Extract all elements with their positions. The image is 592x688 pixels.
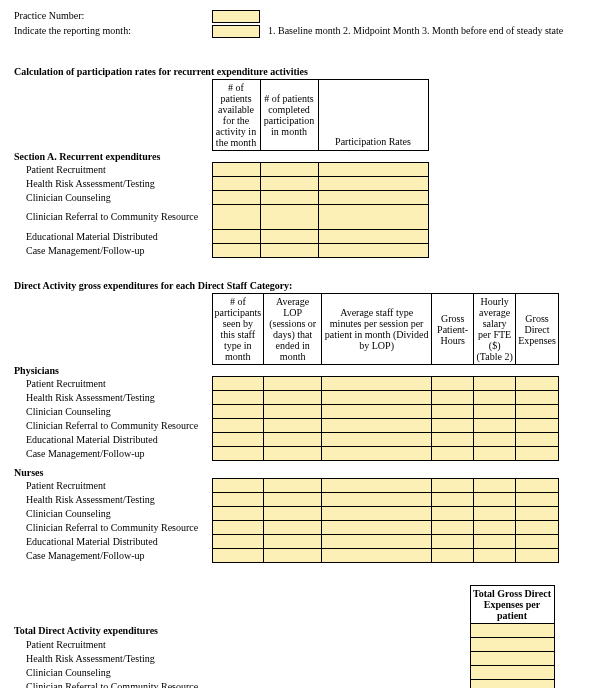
t-cell[interactable] bbox=[470, 624, 554, 638]
t-cell[interactable] bbox=[470, 652, 554, 666]
d-cell[interactable] bbox=[474, 391, 516, 405]
d-cell[interactable] bbox=[264, 493, 322, 507]
sa-cell[interactable] bbox=[318, 230, 428, 244]
sa-cell[interactable] bbox=[318, 244, 428, 258]
d-cell[interactable] bbox=[432, 549, 474, 563]
d-cell[interactable] bbox=[322, 391, 432, 405]
sa-cell[interactable] bbox=[212, 205, 260, 230]
d-row-label: Health Risk Assessment/Testing bbox=[14, 493, 212, 507]
d-cell[interactable] bbox=[474, 493, 516, 507]
d-cell[interactable] bbox=[516, 419, 559, 433]
d-cell[interactable] bbox=[432, 377, 474, 391]
d-cell[interactable] bbox=[212, 549, 264, 563]
d-cell[interactable] bbox=[474, 419, 516, 433]
d-cell[interactable] bbox=[322, 535, 432, 549]
d-cell[interactable] bbox=[474, 377, 516, 391]
d-cell[interactable] bbox=[432, 507, 474, 521]
d-row-label: Clinician Referral to Community Resource bbox=[14, 521, 212, 535]
reporting-month-input[interactable] bbox=[212, 25, 260, 38]
d-cell[interactable] bbox=[264, 535, 322, 549]
d-cell[interactable] bbox=[212, 419, 264, 433]
d-cell[interactable] bbox=[212, 391, 264, 405]
d-cell[interactable] bbox=[516, 391, 559, 405]
sa-cell[interactable] bbox=[318, 191, 428, 205]
d-cell[interactable] bbox=[432, 419, 474, 433]
d-cell[interactable] bbox=[322, 447, 432, 461]
d-cell[interactable] bbox=[474, 535, 516, 549]
d-cell[interactable] bbox=[432, 447, 474, 461]
d-cell[interactable] bbox=[516, 433, 559, 447]
sa-cell[interactable] bbox=[260, 163, 318, 177]
sa-cell[interactable] bbox=[260, 205, 318, 230]
d-cell[interactable] bbox=[212, 507, 264, 521]
d-cell[interactable] bbox=[264, 405, 322, 419]
d-cell[interactable] bbox=[474, 507, 516, 521]
d-cell[interactable] bbox=[474, 447, 516, 461]
sa-cell[interactable] bbox=[212, 191, 260, 205]
d-cell[interactable] bbox=[474, 549, 516, 563]
d-cell[interactable] bbox=[264, 479, 322, 493]
d-cell[interactable] bbox=[322, 419, 432, 433]
d-cell[interactable] bbox=[264, 507, 322, 521]
d-cell[interactable] bbox=[264, 377, 322, 391]
d-cell[interactable] bbox=[212, 535, 264, 549]
d-cell[interactable] bbox=[212, 405, 264, 419]
d-cell[interactable] bbox=[264, 447, 322, 461]
d-cell[interactable] bbox=[474, 479, 516, 493]
d-cell[interactable] bbox=[264, 391, 322, 405]
sa-cell[interactable] bbox=[260, 177, 318, 191]
d-cell[interactable] bbox=[322, 549, 432, 563]
t-cell[interactable] bbox=[470, 666, 554, 680]
d-cell[interactable] bbox=[432, 535, 474, 549]
d-cell[interactable] bbox=[432, 433, 474, 447]
d-cell[interactable] bbox=[212, 433, 264, 447]
d-cell[interactable] bbox=[516, 521, 559, 535]
d-cell[interactable] bbox=[322, 433, 432, 447]
d-cell[interactable] bbox=[212, 377, 264, 391]
practice-number-input[interactable] bbox=[212, 10, 260, 23]
d-cell[interactable] bbox=[516, 447, 559, 461]
sa-cell[interactable] bbox=[212, 177, 260, 191]
sa-cell[interactable] bbox=[212, 244, 260, 258]
sa-cell[interactable] bbox=[318, 205, 428, 230]
d-cell[interactable] bbox=[212, 447, 264, 461]
d-cell[interactable] bbox=[474, 521, 516, 535]
practice-number-row: Practice Number: bbox=[14, 10, 578, 23]
d-cell[interactable] bbox=[212, 521, 264, 535]
d-cell[interactable] bbox=[432, 521, 474, 535]
sa-cell[interactable] bbox=[260, 230, 318, 244]
sa-cell[interactable] bbox=[318, 163, 428, 177]
sa-cell[interactable] bbox=[260, 244, 318, 258]
d-cell[interactable] bbox=[516, 405, 559, 419]
d-cell[interactable] bbox=[264, 521, 322, 535]
t-cell[interactable] bbox=[470, 680, 554, 689]
d-cell[interactable] bbox=[322, 377, 432, 391]
d-cell[interactable] bbox=[264, 433, 322, 447]
d-cell[interactable] bbox=[264, 419, 322, 433]
d-cell[interactable] bbox=[516, 535, 559, 549]
t-cell[interactable] bbox=[470, 638, 554, 652]
d-cell[interactable] bbox=[212, 479, 264, 493]
d-cell[interactable] bbox=[322, 521, 432, 535]
d-cell[interactable] bbox=[432, 493, 474, 507]
d-cell[interactable] bbox=[432, 405, 474, 419]
d-cell[interactable] bbox=[322, 479, 432, 493]
d-cell[interactable] bbox=[474, 433, 516, 447]
d-cell[interactable] bbox=[516, 549, 559, 563]
d-cell[interactable] bbox=[474, 405, 516, 419]
sa-cell[interactable] bbox=[212, 230, 260, 244]
sa-cell[interactable] bbox=[318, 177, 428, 191]
sa-cell[interactable] bbox=[212, 163, 260, 177]
sa-cell[interactable] bbox=[260, 191, 318, 205]
d-cell[interactable] bbox=[322, 493, 432, 507]
d-cell[interactable] bbox=[264, 549, 322, 563]
d-cell[interactable] bbox=[516, 377, 559, 391]
d-cell[interactable] bbox=[322, 405, 432, 419]
d-cell[interactable] bbox=[212, 493, 264, 507]
d-cell[interactable] bbox=[432, 391, 474, 405]
d-cell[interactable] bbox=[432, 479, 474, 493]
d-cell[interactable] bbox=[516, 479, 559, 493]
d-cell[interactable] bbox=[516, 493, 559, 507]
d-cell[interactable] bbox=[322, 507, 432, 521]
d-cell[interactable] bbox=[516, 507, 559, 521]
